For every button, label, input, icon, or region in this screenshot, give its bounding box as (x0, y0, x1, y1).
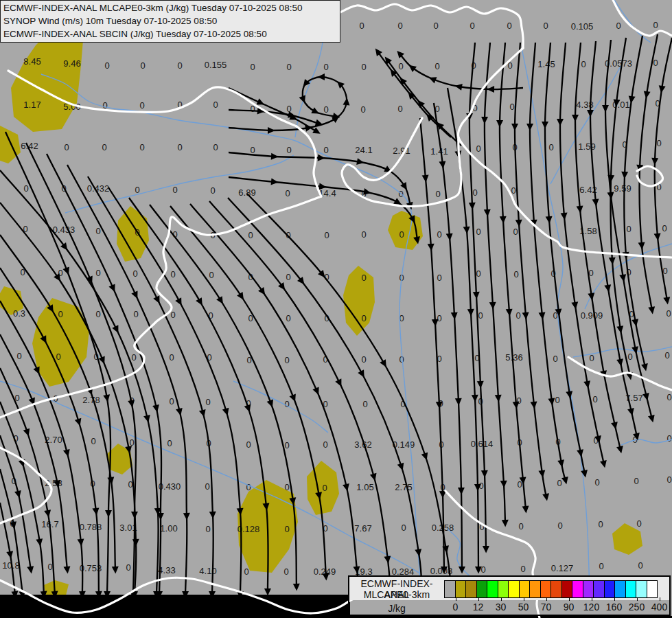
wind-streamline (0, 203, 136, 595)
legend-tick-mark (569, 597, 570, 601)
river-line (573, 347, 672, 357)
map-title-box: ECMWF-INDEX-ANAL MLCAPE0-3km (J/kg) Tues… (0, 0, 340, 43)
river-line (614, 0, 651, 43)
title-line-mlcape: ECMWF-INDEX-ANAL MLCAPE0-3km (J/kg) Tues… (3, 1, 336, 14)
wind-streamline (0, 469, 23, 595)
legend-tick-mark (614, 597, 615, 601)
legend-tick-labels: 01230507090120160250400 (349, 602, 669, 615)
legend-color-cell (583, 580, 594, 598)
legend-color-cell (614, 580, 626, 598)
wind-streamline (485, 43, 505, 523)
wind-streamline (545, 43, 585, 474)
legend-color-cell (487, 580, 498, 598)
legend-color-cell (551, 580, 562, 598)
river-line (0, 381, 419, 573)
title-line-sbcin: ECMWF-INDEX-ANAL SBCIN (J/kg) Tuesday 07… (3, 27, 336, 41)
legend-tick-label: 90 (564, 602, 575, 613)
river-line (621, 439, 672, 445)
legend-tick-mark (592, 597, 592, 601)
legend-tick-mark (456, 597, 456, 601)
legend-tick-label: 400 (651, 602, 667, 613)
country-border (8, 71, 297, 126)
wind-streamline (0, 402, 44, 595)
legend-tick-label: 12 (473, 602, 484, 613)
legend-tick-label: 160 (606, 602, 622, 613)
legend-color-cell (455, 580, 467, 598)
wind-streamlines-group (0, 34, 672, 595)
legend-tick-label: 30 (496, 602, 507, 613)
legend-color-cell (625, 580, 637, 598)
legend-color-cell (498, 580, 509, 598)
legend-color-cell (508, 580, 520, 598)
wind-streamline (420, 118, 444, 570)
legend-tick-mark (637, 597, 638, 601)
wind-streamline (209, 201, 390, 595)
country-border (338, 4, 523, 48)
legend-tick-mark (660, 597, 660, 601)
wind-streamline (229, 177, 417, 240)
wind-streamline (378, 52, 451, 137)
river-line (522, 48, 590, 595)
legend-color-cell (593, 580, 605, 598)
legend-tick-mark (546, 597, 547, 601)
legend-tick-label: 0 (453, 602, 459, 613)
legend-color-cell (572, 580, 583, 598)
legend-tick-label: 50 (518, 602, 529, 613)
legend-color-cell (519, 580, 531, 598)
legend-tick-label: 250 (629, 602, 645, 613)
legend-color-cell (476, 580, 488, 598)
legend-title-line2: MLCAPE0-3km (349, 589, 444, 600)
country-borders-group (0, 0, 672, 618)
rivers-group (0, 0, 672, 595)
legend-color-cell (444, 580, 456, 598)
wind-streamline (247, 194, 452, 595)
wind-streamline (590, 41, 637, 437)
legend-tick-mark (501, 597, 502, 601)
legend-color-bar (444, 580, 658, 598)
legend-tick-label: 120 (583, 602, 599, 613)
legend-tick-mark (524, 597, 524, 601)
legend-color-cell (647, 580, 658, 598)
wind-streamline (624, 36, 645, 367)
legend-color-cell (540, 580, 552, 598)
legend-tick-mark (478, 597, 479, 601)
country-border (613, 0, 672, 36)
river-line (65, 155, 294, 213)
legend-color-cell (529, 580, 541, 598)
wind-streamline (5, 132, 111, 595)
wind-streamline (605, 40, 652, 419)
wind-streamline (228, 198, 422, 595)
title-line-synop-wind: SYNOP Wind (m/s) 10m Tuesday 07-10-2025 … (3, 14, 336, 27)
wind-streamline (150, 205, 297, 587)
wind-streamline (434, 103, 462, 570)
legend-color-cell (636, 580, 647, 598)
weather-map: 0000000.105008.459.460000.155000000001.4… (0, 0, 672, 618)
country-border (637, 166, 662, 186)
legend: ECMWF-INDEX-ANAL MLCAPE0-3km J/kg 012305… (348, 575, 671, 616)
legend-color-cell (465, 580, 477, 598)
wind-streamline (0, 235, 115, 570)
legend-color-cell (604, 580, 616, 598)
legend-color-cell (561, 580, 573, 598)
legend-tick-label: 70 (541, 602, 552, 613)
map-lines-layer (0, 0, 672, 618)
